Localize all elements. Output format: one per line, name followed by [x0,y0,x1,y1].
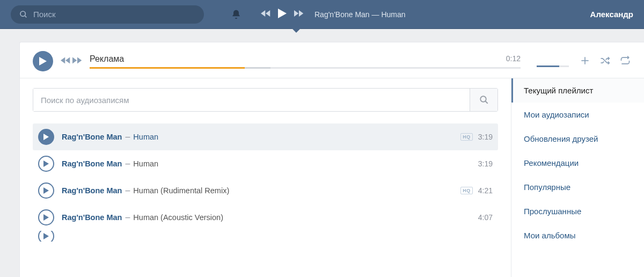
track-title: Human [133,133,158,141]
track-artist[interactable]: Rag'n'Bone Man [62,133,122,141]
track-title: Human [133,159,158,168]
track-meta: HQ3:19 [460,133,493,141]
track-artist[interactable]: Rag'n'Bone Man [62,186,122,195]
track-title: Human (Acoustic Version) [133,213,223,222]
shuffle-icon[interactable] [599,55,611,66]
next-track-icon[interactable] [294,10,304,19]
track-play-icon[interactable] [38,156,54,172]
svg-point-0 [20,11,25,16]
player-extra-actions [580,55,631,66]
svg-marker-17 [43,161,49,167]
add-icon[interactable] [580,55,590,66]
audio-search-input[interactable] [33,89,470,111]
player-bar: Реклама 0:12 [20,42,644,78]
notifications-bell-icon[interactable] [231,9,241,20]
sidebar-item[interactable]: Популярные [511,175,644,199]
progress-buffer [245,67,270,69]
svg-marker-8 [61,57,65,64]
track-play-icon[interactable] [38,183,54,199]
prev-track-icon[interactable] [261,10,270,19]
track-row[interactable]: Rag'n'Bone Man–Human (Acoustic Version)4… [33,204,498,231]
global-search[interactable] [11,5,204,24]
track-meta: 4:07 [478,213,493,222]
repeat-icon[interactable] [619,55,631,66]
player-elapsed-time: 0:12 [506,54,521,64]
track-artist[interactable]: Rag'n'Bone Man [62,213,122,222]
sidebar-item[interactable]: Мои аудиозаписи [511,103,644,127]
sidebar-item[interactable]: Мои альбомы [511,223,644,247]
volume-slider[interactable] [537,65,559,67]
track-row[interactable]: Rag'n'Bone Man–Human3:19 [33,150,498,177]
svg-marker-20 [43,233,49,239]
progress-fill [90,67,245,69]
hq-badge: HQ [460,133,473,141]
svg-marker-9 [65,57,70,64]
svg-marker-18 [43,187,49,194]
now-playing-label[interactable]: Rag'n'Bone Man — Human [314,10,406,19]
separator: – [125,159,130,169]
play-button[interactable] [33,51,53,71]
global-search-input[interactable] [33,10,195,19]
svg-marker-4 [278,9,287,18]
svg-marker-7 [39,57,47,65]
play-pointer [292,28,301,33]
separator: – [125,132,130,142]
svg-point-14 [480,96,486,102]
audio-search-button[interactable] [470,89,497,111]
track-row-partial[interactable] [33,231,498,242]
track-play-icon[interactable] [38,209,54,225]
play-icon[interactable] [278,9,287,20]
track-duration: 4:21 [478,186,493,195]
track-row[interactable]: Rag'n'Bone Man–Human (Rudimental Remix)H… [33,177,498,204]
track-play-icon[interactable] [38,231,54,242]
topbar-player-controls [261,9,304,20]
player-track-title: Реклама [90,54,124,64]
sidebar-item[interactable]: Прослушанные [511,199,644,223]
content-card: Реклама 0:12 Rag'n'Bone Man–HumanHQ3: [19,42,644,277]
svg-marker-3 [266,10,270,17]
svg-marker-19 [43,214,49,221]
topbar: Rag'n'Bone Man — Human Александр [0,0,644,29]
user-name[interactable]: Александр [590,10,633,19]
svg-marker-11 [77,57,82,64]
track-row[interactable]: Rag'n'Bone Man–HumanHQ3:19 [33,123,498,150]
svg-marker-16 [43,134,49,140]
svg-line-1 [25,16,26,17]
search-icon [479,95,489,105]
track-duration: 3:19 [478,159,493,168]
separator: – [125,186,130,195]
track-duration: 3:19 [478,133,493,141]
track-play-icon[interactable] [38,129,54,145]
player-track-info: Реклама 0:12 [90,54,521,69]
progress-bar[interactable] [90,67,521,69]
sidebar-item[interactable]: Обновления друзей [511,127,644,151]
sidebar: Текущий плейлистМои аудиозаписиОбновлени… [511,78,644,277]
player-prev-icon[interactable] [61,56,70,66]
search-icon [19,10,28,19]
sidebar-item[interactable]: Рекомендации [511,151,644,175]
svg-marker-5 [294,10,298,17]
track-artist[interactable]: Rag'n'Bone Man [62,159,122,168]
sidebar-item[interactable]: Текущий плейлист [511,78,644,103]
audio-search [33,88,498,112]
track-duration: 4:07 [478,213,493,222]
track-list: Rag'n'Bone Man–HumanHQ3:19Rag'n'Bone Man… [33,123,498,242]
svg-line-15 [485,101,488,104]
main-columns: Rag'n'Bone Man–HumanHQ3:19Rag'n'Bone Man… [20,78,644,277]
track-meta: 3:19 [478,159,493,168]
player-next-icon[interactable] [72,56,82,66]
svg-marker-2 [261,10,265,17]
track-meta: HQ4:21 [460,186,493,195]
separator: – [125,213,130,222]
svg-marker-10 [72,57,77,64]
hq-badge: HQ [460,187,473,194]
track-column: Rag'n'Bone Man–HumanHQ3:19Rag'n'Bone Man… [20,78,511,277]
svg-marker-6 [299,10,303,17]
track-title: Human (Rudimental Remix) [133,186,229,195]
player-skip-controls [61,56,82,66]
